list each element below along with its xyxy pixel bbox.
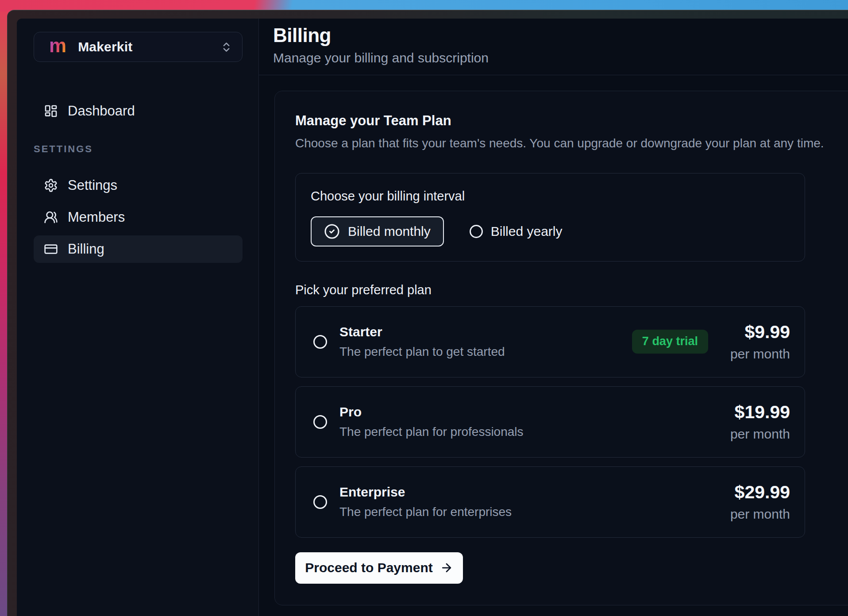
plan-list: Starter The perfect plan to get started … [295,306,805,538]
plan-price-block: $29.99 per month [730,482,790,522]
workspace-name: Makerkit [78,39,220,54]
sidebar: m Makerkit Dashboard SETTINGS [17,19,259,616]
plan-row-enterprise[interactable]: Enterprise The perfect plan for enterpri… [295,466,805,538]
plan-price: $29.99 [730,482,790,503]
plan-picker-label: Pick your preferred plan [295,282,848,298]
radio-icon [470,225,483,238]
radio-icon[interactable] [313,415,327,429]
sidebar-item-label: Settings [68,177,117,193]
sidebar-nav: Dashboard SETTINGS Settings Members [34,97,243,263]
billing-interval-box: Choose your billing interval Billed mont… [295,173,805,262]
plan-description: The perfect plan for enterprises [339,504,730,520]
radio-icon[interactable] [313,335,327,349]
sidebar-item-dashboard[interactable]: Dashboard [34,97,243,125]
billing-interval-options: Billed monthly Billed yearly [311,216,790,246]
billing-content: Manage your Team Plan Choose a plan that… [259,75,848,605]
billed-monthly-label: Billed monthly [348,224,431,239]
billing-interval-label: Choose your billing interval [311,189,790,204]
plan-card-title: Manage your Team Plan [295,112,848,129]
check-circle-icon [324,223,340,239]
plan-row-starter[interactable]: Starter The perfect plan to get started … [295,306,805,377]
page-header: Billing Manage your billing and subscrip… [259,19,848,75]
sidebar-item-label: Dashboard [68,103,135,119]
plan-period: per month [730,346,790,362]
plan-description: The perfect plan for professionals [339,424,730,439]
plan-price: $9.99 [730,322,790,343]
plan-info: Enterprise The perfect plan for enterpri… [339,484,730,520]
page-subtitle: Manage your billing and subscription [273,50,848,66]
credit-card-icon [44,242,58,256]
plan-info: Pro The perfect plan for professionals [339,404,730,439]
sidebar-item-billing[interactable]: Billing [34,235,243,263]
billed-monthly-option[interactable]: Billed monthly [311,216,444,246]
sidebar-section-settings-label: SETTINGS [34,143,243,155]
plan-row-pro[interactable]: Pro The perfect plan for professionals $… [295,386,805,458]
plan-description: The perfect plan to get started [339,344,632,359]
chevrons-up-down-icon [220,41,232,53]
plan-price-block: $19.99 per month [730,402,790,442]
main-content: Billing Manage your billing and subscrip… [259,19,848,616]
app-surface: m Makerkit Dashboard SETTINGS [17,19,848,616]
plan-name: Enterprise [339,484,730,500]
layout-dashboard-icon [44,104,58,118]
billed-yearly-option[interactable]: Billed yearly [470,224,563,239]
sidebar-item-settings[interactable]: Settings [34,172,243,199]
sidebar-item-members[interactable]: Members [34,204,243,231]
trial-badge: 7 day trial [632,330,708,354]
billed-yearly-label: Billed yearly [491,224,563,239]
users-icon [44,210,58,224]
sidebar-item-label: Billing [68,241,104,257]
page-title: Billing [273,24,848,47]
proceed-button-label: Proceed to Payment [305,560,432,575]
app-window: m Makerkit Dashboard SETTINGS [7,10,848,616]
arrow-right-icon [440,561,453,574]
plan-name: Starter [339,324,632,340]
gear-icon [44,178,58,192]
radio-icon[interactable] [313,495,327,509]
plan-card-description: Choose a plan that fits your team's need… [295,136,848,151]
plan-period: per month [730,506,790,522]
plan-period: per month [730,426,790,442]
makerkit-logo: m [49,36,66,55]
plan-price-block: $9.99 per month [730,322,790,362]
plan-info: Starter The perfect plan to get started [339,324,632,359]
plan-price: $19.99 [730,402,790,423]
sidebar-item-label: Members [68,209,125,225]
workspace-selector[interactable]: m Makerkit [34,32,243,62]
plan-name: Pro [339,404,730,420]
proceed-to-payment-button[interactable]: Proceed to Payment [295,552,463,584]
team-plan-card: Manage your Team Plan Choose a plan that… [274,91,848,605]
